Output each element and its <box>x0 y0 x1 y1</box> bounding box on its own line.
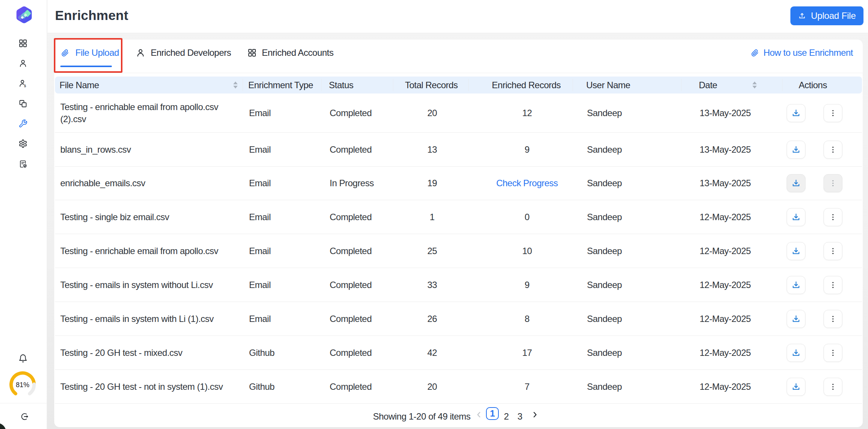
svg-text:$: $ <box>24 84 26 88</box>
svg-text:81%: 81% <box>16 381 29 389</box>
